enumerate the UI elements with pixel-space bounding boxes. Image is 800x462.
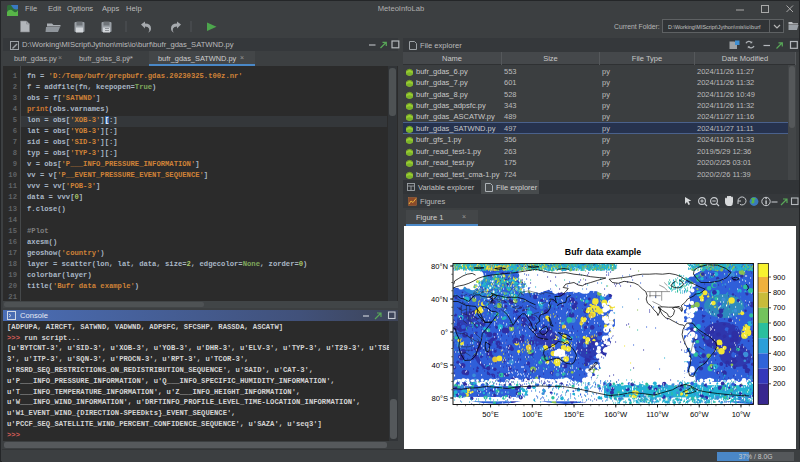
svg-text:500: 500 bbox=[773, 334, 785, 343]
svg-text:80°S: 80°S bbox=[431, 394, 448, 403]
svg-text:60°W: 60°W bbox=[690, 410, 709, 419]
svg-text:700: 700 bbox=[773, 303, 785, 312]
svg-text:100°E: 100°E bbox=[522, 410, 543, 419]
svg-text:50°E: 50°E bbox=[482, 410, 499, 419]
svg-text:200: 200 bbox=[773, 379, 785, 388]
svg-text:10°W: 10°W bbox=[732, 410, 751, 419]
svg-text:600: 600 bbox=[773, 319, 785, 328]
svg-text:900: 900 bbox=[773, 273, 785, 282]
svg-text:40°N: 40°N bbox=[431, 295, 448, 304]
svg-text:400: 400 bbox=[773, 349, 785, 358]
svg-text:40°S: 40°S bbox=[431, 361, 448, 370]
svg-text:150°E: 150°E bbox=[564, 410, 585, 419]
svg-text:110°W: 110°W bbox=[646, 410, 669, 419]
svg-text:300: 300 bbox=[773, 364, 785, 373]
svg-text:0°: 0° bbox=[441, 328, 448, 337]
svg-text:Bufr data example: Bufr data example bbox=[565, 247, 641, 257]
svg-text:80°N: 80°N bbox=[431, 262, 448, 271]
svg-text:160°W: 160°W bbox=[604, 410, 628, 419]
svg-text:800: 800 bbox=[773, 288, 785, 297]
